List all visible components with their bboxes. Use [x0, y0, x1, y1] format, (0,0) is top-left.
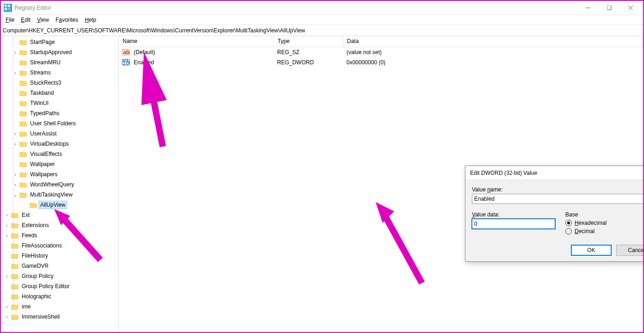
minimize-button[interactable]	[577, 1, 599, 15]
value-type-icon: 01101001	[122, 59, 130, 66]
tree-item[interactable]: FileHistory	[2, 251, 118, 261]
tree-item[interactable]: FileAssociations	[2, 240, 118, 251]
menubar: File Edit View Favorites Help	[1, 15, 643, 25]
tree-item[interactable]: TypedPaths	[2, 108, 118, 118]
menu-help[interactable]: Help	[82, 16, 99, 24]
value-name: Enabled	[130, 59, 273, 66]
value-name-label: Value name:	[472, 186, 643, 193]
tree-scroll[interactable]: StartPage›StartupApprovedStreamMRU›Strea…	[1, 36, 118, 332]
expand-icon[interactable]: ›	[12, 50, 19, 55]
expand-icon[interactable]: ›	[12, 182, 19, 187]
tree-item[interactable]: ›Wallpapers	[2, 169, 118, 179]
folder-icon	[11, 283, 19, 290]
folder-icon	[19, 110, 27, 117]
ok-button[interactable]: OK	[571, 245, 612, 256]
menu-file[interactable]: File	[3, 16, 17, 24]
value-row[interactable]: 01101001EnabledREG_DWORD0x00000000 (0)	[119, 57, 643, 68]
tree-item[interactable]: StartPage	[2, 37, 118, 47]
tree-pane: StartPage›StartupApprovedStreamMRU›Strea…	[1, 36, 119, 332]
menu-view[interactable]: View	[34, 16, 52, 24]
window-title: Registry Editor	[15, 5, 51, 11]
base-label: Base	[565, 211, 607, 218]
menu-favorites[interactable]: Favorites	[53, 16, 81, 24]
tree-item-label: Ext	[20, 211, 31, 219]
titlebar: Registry Editor	[1, 1, 643, 15]
address-bar[interactable]: Computer\HKEY_CURRENT_USER\SOFTWARE\Micr…	[1, 25, 643, 36]
svg-rect-3	[5, 8, 7, 10]
radio-decimal[interactable]: Decimal	[565, 228, 607, 234]
svg-rect-2	[8, 5, 10, 7]
tree-item[interactable]: ›Ext	[2, 210, 118, 220]
expand-icon[interactable]: ›	[4, 233, 10, 238]
tree-item[interactable]: ›ImmersiveShell	[2, 312, 118, 322]
tree-item[interactable]: ›Feeds	[2, 230, 118, 240]
folder-icon	[19, 181, 27, 188]
svg-text:1001: 1001	[123, 60, 130, 66]
expand-icon[interactable]: ⌄	[12, 192, 19, 197]
tree-item[interactable]: StuckRects3	[2, 78, 118, 88]
svg-text:ab: ab	[123, 49, 130, 56]
dialog-title: Edit DWORD (32-bit) Value	[470, 170, 537, 176]
tree-item[interactable]: Holographic	[2, 291, 118, 302]
tree-item-label: ime	[20, 303, 32, 310]
svg-rect-1	[5, 5, 7, 7]
tree-item-label: UserAssist	[29, 130, 58, 137]
tree-item[interactable]: ⌄MultiTaskingView	[2, 190, 118, 200]
tree-item-label: WordWheelQuery	[29, 181, 75, 188]
tree-item-label: StreamMRU	[29, 59, 62, 66]
radio-hexadecimal[interactable]: Hexadecimal	[565, 220, 607, 226]
value-data-input[interactable]	[472, 219, 555, 229]
expand-icon[interactable]: ›	[12, 142, 19, 147]
tree-item[interactable]: ›Streams	[2, 68, 118, 78]
tree-item[interactable]: ›Group Policy	[2, 271, 118, 281]
expand-icon[interactable]: ›	[4, 314, 10, 320]
value-name-input[interactable]	[472, 194, 643, 204]
col-type[interactable]: Type	[274, 36, 343, 47]
value-row[interactable]: ab(Default)REG_SZ(value not set)	[119, 47, 643, 57]
tree-item-label: Group Policy Editor	[20, 283, 71, 290]
maximize-button[interactable]	[599, 1, 620, 15]
folder-icon	[19, 120, 27, 127]
tree-item[interactable]: VisualEffects	[2, 149, 118, 159]
folder-icon	[19, 161, 27, 167]
radio-icon	[565, 228, 572, 234]
col-data[interactable]: Data	[343, 36, 643, 47]
tree-item[interactable]: AllUpView	[2, 200, 118, 210]
tree-item[interactable]: ›UserAssist	[2, 129, 118, 139]
close-button[interactable]	[620, 1, 641, 15]
tree-item[interactable]: User Shell Folders	[2, 118, 118, 129]
folder-icon	[11, 222, 19, 228]
expand-icon[interactable]: ›	[12, 70, 19, 75]
expand-icon[interactable]: ›	[12, 172, 19, 177]
expand-icon[interactable]: ›	[4, 304, 10, 309]
folder-icon	[19, 39, 27, 45]
col-name[interactable]: Name	[119, 36, 274, 47]
expand-icon[interactable]: ›	[4, 213, 10, 218]
menu-edit[interactable]: Edit	[18, 16, 33, 24]
tree-item[interactable]: Wallpaper	[2, 159, 118, 169]
tree-item[interactable]: ›VirtualDesktops	[2, 139, 118, 149]
tree-item[interactable]: ›StartupApproved	[2, 47, 118, 57]
expand-icon[interactable]: ›	[4, 274, 10, 279]
dialog-titlebar[interactable]: Edit DWORD (32-bit) Value	[465, 166, 643, 180]
tree-item-label: Wallpapers	[29, 171, 59, 178]
cancel-button[interactable]: Cancel	[616, 245, 643, 256]
expand-icon[interactable]: ›	[4, 223, 10, 228]
tree-item[interactable]: Group Policy Editor	[2, 281, 118, 291]
folder-icon	[19, 100, 27, 106]
tree-item[interactable]: GameDVR	[2, 261, 118, 271]
tree-item[interactable]: Taskband	[2, 88, 118, 98]
tree-item[interactable]: StreamMRU	[2, 57, 118, 68]
tree-item[interactable]: ›WordWheelQuery	[2, 179, 118, 190]
window-controls	[577, 1, 641, 15]
tree-item-label: VisualEffects	[29, 150, 63, 158]
tree-item-label: GameDVR	[20, 262, 50, 270]
expand-icon[interactable]: ›	[12, 131, 19, 136]
tree-item[interactable]: ›ime	[2, 302, 118, 312]
address-path: Computer\HKEY_CURRENT_USER\SOFTWARE\Micr…	[3, 27, 305, 34]
tree-item-label: FileAssociations	[20, 242, 63, 249]
folder-icon	[19, 171, 27, 178]
folder-icon	[11, 314, 19, 320]
tree-item[interactable]: TWinUI	[2, 98, 118, 108]
tree-item[interactable]: ›Extensions	[2, 220, 118, 230]
